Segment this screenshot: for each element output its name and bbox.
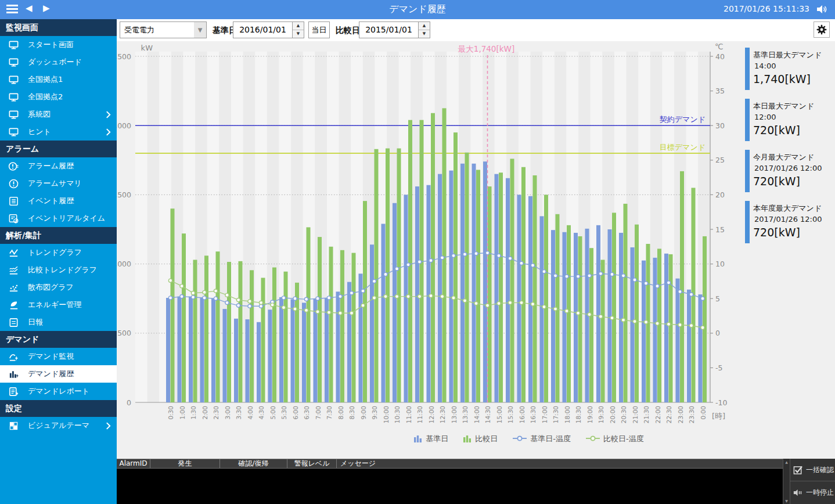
svg-text:10:00: 10:00 [383, 406, 390, 423]
svg-text:20:00: 20:00 [609, 406, 616, 423]
sidebar-item-label: 全国拠点2 [28, 92, 63, 102]
monitor-icon [8, 109, 19, 120]
sidebar-item-event-history[interactable]: イベント履歴 [0, 192, 117, 210]
sidebar-item-visual-theme[interactable]: ビジュアルテーマ [0, 417, 117, 434]
svg-text:10: 10 [715, 260, 725, 268]
card-title: 本年度最大デマンド [753, 203, 832, 214]
svg-text:40: 40 [715, 52, 725, 61]
legend-bar-icon [414, 434, 422, 444]
sidebar-item-demand-watch[interactable]: デマンド監視 [0, 348, 117, 365]
compare-date-spinner[interactable]: ▲▼ [419, 21, 430, 38]
spin-down-icon[interactable]: ▼ [293, 30, 304, 38]
pause-sound-button[interactable]: 一時停止 [790, 481, 835, 504]
svg-text:20:30: 20:30 [620, 406, 627, 423]
sidebar-item-compare-trend-graph[interactable]: 比較トレンドグラフ [0, 261, 117, 279]
sidebar-item-hint[interactable]: ヒント [0, 123, 117, 141]
ack-all-button[interactable]: 一括確認 [790, 459, 835, 481]
svg-text:0: 0 [715, 329, 720, 337]
event-realtime-icon [8, 213, 19, 224]
base-date-input[interactable]: 2016/01/01 [233, 21, 293, 38]
demand-history-app: ◀ ▶ デマンド履歴 2017/01/26 15:11:33 監視画面スタート画… [0, 0, 835, 504]
svg-text:30: 30 [715, 121, 725, 130]
svg-text:5: 5 [715, 294, 720, 303]
legend-item-基準日: 基準日 [414, 434, 448, 444]
today-button[interactable]: 当日 [308, 21, 330, 38]
measurement-select[interactable]: 受電電力 ▼ [120, 21, 207, 38]
alarm-history-icon [8, 161, 19, 172]
sidebar-item-trend-graph[interactable]: トレンドグラフ [0, 244, 117, 261]
sidebar-item-label: トレンドグラフ [28, 247, 82, 258]
sidebar-item-demand-report[interactable]: デマンドレポート [0, 383, 117, 400]
alarm-column-alarm-id: AlarmID [117, 459, 150, 468]
svg-text:2,000: 2,000 [117, 121, 131, 130]
spin-up-icon[interactable]: ▲ [419, 22, 430, 30]
sidebar-section-settings: 設定 [0, 400, 117, 417]
scroll-up-icon[interactable]: ▲ [785, 460, 788, 464]
sidebar-item-energy-management[interactable]: エネルギー管理 [0, 296, 117, 314]
trend-graph-icon [8, 247, 19, 258]
alarm-table-header: AlarmID発生確認/復帰警報レベルメッセージ [117, 459, 783, 469]
alarm-scrollbar[interactable]: ▲ ▼ [783, 459, 790, 504]
monitor-icon [8, 92, 19, 103]
svg-text:1:00: 1:00 [179, 406, 186, 420]
base-date-spinner[interactable]: ▲▼ [293, 21, 304, 38]
svg-text:6:00: 6:00 [292, 406, 299, 420]
settings-button[interactable] [814, 21, 830, 38]
card-accent-bar [745, 99, 750, 141]
svg-text:18:00: 18:00 [564, 406, 571, 423]
sidebar-item-alarm-history[interactable]: アラーム履歴 [0, 157, 117, 175]
sidebar-section-analysis: 解析/集計 [0, 227, 117, 244]
legend-item-比較日: 比較日 [463, 434, 498, 444]
svg-text:-10: -10 [715, 398, 727, 407]
card-value: 1,740[kW] [753, 71, 832, 87]
sidebar-item-dashboard[interactable]: ダッシュボード [0, 53, 117, 71]
compare-trend-icon [8, 265, 19, 276]
svg-text:最大1,740[kW]: 最大1,740[kW] [458, 44, 514, 53]
legend-line-icon [586, 435, 600, 444]
card-time: 2017/01/26 12:00 [753, 163, 832, 174]
spin-down-icon[interactable]: ▼ [419, 30, 430, 38]
alarm-column-message: メッセージ [337, 459, 783, 468]
svg-text:2:00: 2:00 [201, 406, 208, 420]
sidebar-item-event-realtime[interactable]: イベントリアルタイム [0, 210, 117, 227]
alarm-actions: 一括確認 一時停止 [790, 459, 835, 504]
sidebar-item-demand-history[interactable]: デマンド履歴 [0, 365, 117, 383]
chevron-right-icon [106, 422, 111, 430]
legend-label: 比較日-温度 [603, 434, 644, 444]
legend-item-比較日-温度: 比較日-温度 [586, 434, 644, 444]
sidebar-item-label: 日報 [28, 317, 43, 327]
sidebar-item-label: デマンド履歴 [28, 369, 74, 379]
svg-text:11:30: 11:30 [416, 406, 423, 423]
sidebar-section-monitor-screens: 監視画面 [0, 19, 117, 36]
sidebar-item-label: デマンド監視 [28, 351, 74, 362]
alarm-column-alarm-level: 警報レベル [287, 459, 337, 468]
measurement-select-value: 受電電力 [124, 26, 154, 34]
svg-text:20: 20 [715, 190, 725, 199]
svg-text:13:30: 13:30 [462, 406, 469, 423]
svg-text:1,500: 1,500 [117, 190, 131, 199]
legend-label: 基準日-温度 [530, 434, 571, 444]
sidebar-item-label: デマンドレポート [28, 386, 89, 397]
svg-text:17:00: 17:00 [541, 406, 548, 423]
svg-text:23:30: 23:30 [688, 406, 695, 423]
compare-date-input[interactable]: 2015/01/01 [359, 21, 419, 38]
sidebar-item-start-screen[interactable]: スタート画面 [0, 36, 117, 53]
sidebar-item-label: エネルギー管理 [28, 300, 81, 310]
svg-text:5:00: 5:00 [269, 406, 276, 420]
sidebar-item-scatter-graph[interactable]: 散布図グラフ [0, 279, 117, 296]
svg-text:0:30: 0:30 [167, 406, 174, 420]
sidebar-section-demand: デマンド [0, 331, 117, 348]
sidebar-item-national-site-2[interactable]: 全国拠点2 [0, 88, 117, 106]
speaker-icon[interactable] [816, 4, 828, 15]
sidebar-item-system-diagram[interactable]: 系統図 [0, 106, 117, 123]
sidebar-item-daily-report[interactable]: 日報 [0, 314, 117, 331]
spin-up-icon[interactable]: ▲ [293, 22, 304, 30]
sidebar-item-alarm-summary[interactable]: アラームサマリ [0, 175, 117, 192]
svg-text:3:30: 3:30 [235, 406, 242, 420]
page-title: デマンド履歴 [0, 3, 835, 16]
scroll-down-icon[interactable]: ▼ [785, 499, 788, 503]
legend-item-基準日-温度: 基準日-温度 [513, 434, 571, 444]
event-history-icon [8, 196, 19, 207]
sidebar-item-national-site-1[interactable]: 全国拠点1 [0, 71, 117, 88]
svg-text:kW: kW [141, 44, 153, 52]
